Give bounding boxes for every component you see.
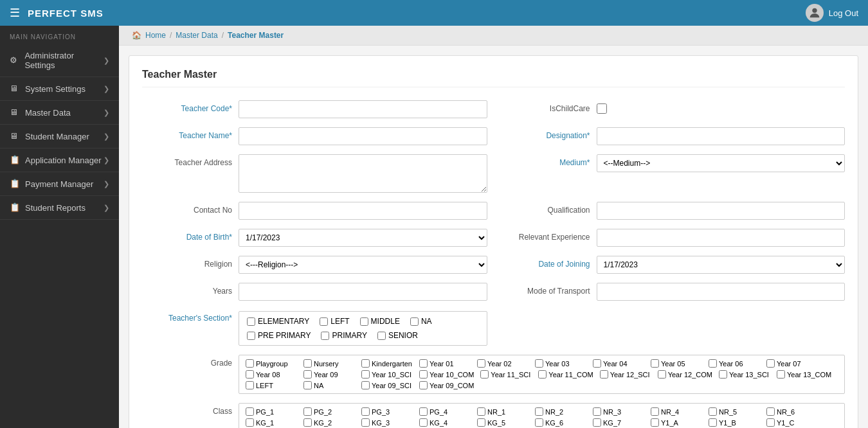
section-middle[interactable]: MIDDLE <box>360 317 400 326</box>
breadcrumb-home[interactable]: Home <box>145 31 166 40</box>
sidebar-item-application-manager[interactable]: 📋 Application Manager ❯ <box>0 148 119 172</box>
chevron-right-icon: ❯ <box>104 57 109 65</box>
teacher-code-input[interactable] <box>239 100 487 118</box>
grade-year12-sci[interactable]: Year 12_SCI <box>600 370 651 379</box>
grade-year11-com[interactable]: Year 11_COM <box>538 370 593 379</box>
sidebar-item-master-data[interactable]: 🖥 Master Data ❯ <box>0 101 119 125</box>
class-kg4[interactable]: KG_4 <box>419 418 471 427</box>
logout-button[interactable]: Log Out <box>829 8 858 18</box>
home-icon: 🏠 <box>132 31 141 40</box>
form-row-8: Teacher's Section* ELEMENTARY LEFT MIDDL… <box>142 310 845 346</box>
class-kg6[interactable]: KG_6 <box>535 418 586 427</box>
class-kg1[interactable]: KG_1 <box>246 418 297 427</box>
breadcrumb-sep-2: / <box>222 31 224 40</box>
grade-year09-sci[interactable]: Year 09_SCI <box>361 381 413 389</box>
grade-year06[interactable]: Year 06 <box>709 359 760 368</box>
grade-year10-com[interactable]: Year 10_COM <box>419 370 474 379</box>
teacher-address-textarea[interactable] <box>239 154 487 193</box>
section-left[interactable]: LEFT <box>320 317 349 326</box>
date-of-joining-select[interactable]: 1/17/2023 <box>597 256 845 274</box>
grade-year13-sci[interactable]: Year 13_SCI <box>719 370 770 379</box>
grade-year05[interactable]: Year 05 <box>651 359 702 368</box>
class-label: Class <box>142 403 232 416</box>
mode-of-transport-label: Mode of Transport <box>500 283 590 296</box>
grade-year07[interactable]: Year 07 <box>766 359 818 368</box>
section-pre-primary[interactable]: PRE PRIMARY <box>247 331 311 340</box>
avatar <box>806 4 824 22</box>
grade-year13-com[interactable]: Year 13_COM <box>777 370 831 379</box>
class-y1b[interactable]: Y1_B <box>709 418 760 427</box>
contact-no-input[interactable] <box>239 202 487 220</box>
grade-playgroup[interactable]: Playgroup <box>246 359 297 368</box>
grade-label: Grade <box>142 355 232 368</box>
section-elementary[interactable]: ELEMENTARY <box>247 317 309 326</box>
medium-select[interactable]: <--Medium--> <box>597 154 845 172</box>
grade-year12-com[interactable]: Year 12_COM <box>658 370 712 379</box>
is-childcare-checkbox[interactable] <box>597 103 607 114</box>
class-kg5[interactable]: KG_5 <box>477 418 529 427</box>
grade-left[interactable]: LEFT <box>246 381 297 389</box>
class-pg1[interactable]: PG_1 <box>246 407 297 416</box>
class-box: PG_1 PG_2 PG_3 PG_4 NR_1 NR_2 NR_3 NR_4 … <box>239 403 845 428</box>
grade-year08[interactable]: Year 08 <box>246 370 297 379</box>
class-nr4[interactable]: NR_4 <box>651 407 702 416</box>
section-na[interactable]: NA <box>410 317 432 326</box>
mode-of-transport-input[interactable] <box>597 283 845 301</box>
form-row-1: Teacher Code* IsChildCare <box>142 100 845 118</box>
grade-year09-com[interactable]: Year 09_COM <box>419 381 474 389</box>
grade-year09[interactable]: Year 09 <box>303 370 355 379</box>
reports-icon: 📋 <box>10 202 20 213</box>
qualification-input[interactable] <box>597 202 845 220</box>
grade-year10-sci[interactable]: Year 10_SCI <box>361 370 413 379</box>
is-childcare-label: IsChildCare <box>500 100 590 113</box>
teacher-code-label: Teacher Code* <box>142 100 232 113</box>
sidebar-item-administrator-settings[interactable]: ⚙ Administrator Settings ❯ <box>0 44 119 77</box>
grade-year11-sci[interactable]: Year 11_SCI <box>480 370 532 379</box>
section-senior[interactable]: SENIOR <box>377 331 418 340</box>
class-y1c[interactable]: Y1_C <box>766 418 818 427</box>
class-nr2[interactable]: NR_2 <box>535 407 586 416</box>
grade-nursery[interactable]: Nursery <box>303 359 355 368</box>
form-title: Teacher Master <box>142 69 845 87</box>
menu-icon[interactable]: ☰ <box>10 6 20 20</box>
grade-year02[interactable]: Year 02 <box>477 359 529 368</box>
class-kg2[interactable]: KG_2 <box>303 418 355 427</box>
breadcrumb-master-data[interactable]: Master Data <box>176 31 217 40</box>
section-primary[interactable]: PRIMARY <box>321 331 366 340</box>
sidebar: MAIN NAVIGATION ⚙ Administrator Settings… <box>0 26 119 428</box>
class-nr5[interactable]: NR_5 <box>709 407 760 416</box>
religion-select[interactable]: <---Religion---> <box>239 256 487 274</box>
grade-na[interactable]: NA <box>303 381 355 389</box>
class-nr6[interactable]: NR_6 <box>766 407 818 416</box>
relevant-exp-input[interactable] <box>597 229 845 247</box>
sidebar-item-system-settings[interactable]: 🖥 System Settings ❯ <box>0 77 119 101</box>
class-kg7[interactable]: KG_7 <box>593 418 644 427</box>
class-nr1[interactable]: NR_1 <box>477 407 529 416</box>
sidebar-label-application-manager: Application Manager <box>25 156 102 165</box>
teacher-name-input[interactable] <box>239 127 487 145</box>
class-pg4[interactable]: PG_4 <box>419 407 471 416</box>
dob-select[interactable]: 1/17/2023 <box>239 229 487 247</box>
class-pg2[interactable]: PG_2 <box>303 407 355 416</box>
class-pg3[interactable]: PG_3 <box>361 407 413 416</box>
sidebar-item-payment-manager[interactable]: 📋 Payment Manager ❯ <box>0 172 119 196</box>
payment-icon: 📋 <box>10 179 20 189</box>
class-kg3[interactable]: KG_3 <box>361 418 413 427</box>
grade-year01[interactable]: Year 01 <box>419 359 471 368</box>
main-content: 🏠 Home / Master Data / Teacher Master Te… <box>119 26 868 428</box>
class-nr3[interactable]: NR_3 <box>593 407 644 416</box>
grade-year03[interactable]: Year 03 <box>535 359 586 368</box>
sidebar-item-student-manager[interactable]: 🖥 Student Manager ❯ <box>0 125 119 148</box>
form-row-5: Date of Birth* 1/17/2023 Relevant Experi… <box>142 229 845 247</box>
designation-input[interactable] <box>597 127 845 145</box>
grade-year04[interactable]: Year 04 <box>593 359 644 368</box>
grade-kindergarten[interactable]: Kindergarten <box>361 359 413 368</box>
breadcrumb: 🏠 Home / Master Data / Teacher Master <box>119 26 868 46</box>
chevron-right-icon-6: ❯ <box>104 180 109 188</box>
class-y1a[interactable]: Y1_A <box>651 418 702 427</box>
form-row-6: Religion <---Religion---> Date of Joinin… <box>142 256 845 274</box>
sidebar-label-student-reports: Student Reports <box>25 203 86 213</box>
sidebar-item-student-reports[interactable]: 📋 Student Reports ❯ <box>0 196 119 220</box>
years-input[interactable] <box>239 283 487 301</box>
topbar: ☰ PERFECT SMS Log Out <box>0 0 868 26</box>
